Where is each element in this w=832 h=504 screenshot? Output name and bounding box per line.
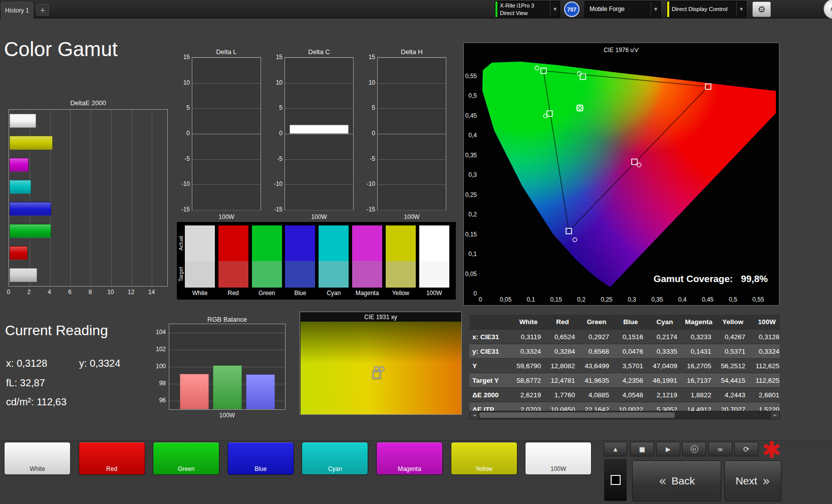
refresh-button[interactable]: ⟳ bbox=[734, 442, 758, 456]
rgb-bar-green bbox=[213, 365, 242, 409]
table-cell: 0,3128 bbox=[750, 330, 780, 344]
settings-button[interactable]: ⚙ bbox=[752, 2, 771, 17]
gear-icon: ⚙ bbox=[830, 5, 832, 14]
app-logo-button[interactable]: ⚙ bbox=[823, 0, 832, 19]
table-header-100w: 100W bbox=[750, 315, 780, 330]
chevrons-left-icon: « bbox=[659, 474, 667, 487]
delta-c-plot bbox=[285, 57, 354, 210]
axis-tick-label: -5 bbox=[365, 155, 375, 162]
stop-button[interactable]: ■ bbox=[630, 442, 654, 456]
arrow-right-icon: ► bbox=[773, 413, 776, 417]
axis-tick-label: -5 bbox=[179, 155, 190, 162]
table-cell: 5,3052 bbox=[648, 402, 682, 411]
swatch-label: White bbox=[183, 290, 217, 297]
chart-title: Delta L bbox=[192, 48, 261, 56]
table-cell: 0,3284 bbox=[545, 344, 580, 359]
scrollbar-left-button[interactable]: ◄ bbox=[470, 411, 478, 419]
table-cell: 2,6219 bbox=[511, 388, 545, 402]
section-title-current-reading: Current Reading bbox=[5, 323, 108, 339]
table-corner-cell bbox=[469, 315, 511, 330]
display-control-selector[interactable]: Direct Display Control ▼ bbox=[667, 1, 746, 18]
count-badge[interactable]: 707 bbox=[564, 2, 580, 17]
meter-selector-label: X-Rite i1Pro 3 Direct View bbox=[495, 2, 550, 17]
gridline bbox=[285, 134, 353, 134]
table-cell: 1,7760 bbox=[545, 388, 580, 402]
add-tab-button[interactable]: + bbox=[36, 4, 49, 16]
delta-bar bbox=[290, 125, 349, 134]
scrollbar-thumb[interactable] bbox=[479, 412, 675, 418]
axis-tick-label: 0,4 bbox=[675, 296, 690, 303]
pattern-source-selector[interactable]: Mobile Forge ▼ bbox=[585, 1, 661, 18]
scrollbar-right-button[interactable]: ► bbox=[771, 411, 779, 419]
deltae-bar-green bbox=[10, 224, 51, 238]
table-cell: 4,0548 bbox=[614, 388, 648, 402]
pattern-button-green[interactable]: Green bbox=[153, 442, 219, 475]
collapse-button[interactable]: ▲ bbox=[604, 442, 627, 456]
chart-title: CIE 1931 xy bbox=[300, 314, 461, 321]
pattern-button-label: 100W bbox=[525, 465, 591, 472]
pattern-button-magenta[interactable]: Magenta bbox=[376, 442, 443, 475]
deltae-bar-100w bbox=[10, 268, 37, 282]
rgb-balance-yaxis: 1041021009896 bbox=[151, 324, 167, 410]
axis-tick-label: 0,25 bbox=[599, 296, 614, 303]
axis-tick-label: -15 bbox=[179, 206, 190, 213]
table-cell: 0,3335 bbox=[648, 344, 682, 359]
gridline bbox=[378, 134, 446, 134]
table-row-label: ΔE 2000 bbox=[469, 388, 511, 402]
swatch-yellow-actual bbox=[386, 225, 416, 261]
cie1976-diagram bbox=[480, 58, 776, 294]
swatch-blue-actual bbox=[285, 225, 315, 261]
alert-asterisk-icon: ✱ bbox=[762, 438, 781, 461]
reading-y: y: 0,3324 bbox=[79, 358, 120, 369]
gridline bbox=[192, 58, 260, 58]
table-header-cyan: Cyan bbox=[648, 315, 682, 330]
chevrons-right-icon: » bbox=[762, 474, 770, 487]
axis-tick-label: -10 bbox=[365, 180, 375, 187]
swatch-red-actual bbox=[218, 225, 248, 261]
pattern-button-red[interactable]: Red bbox=[79, 442, 145, 475]
gridline bbox=[285, 58, 353, 58]
table-cell: 47,0409 bbox=[648, 359, 682, 373]
back-button[interactable]: « Back bbox=[632, 460, 721, 501]
axis-tick-label: 0 bbox=[4, 289, 14, 296]
table-cell: 12,4781 bbox=[545, 373, 580, 388]
delta-h-yaxis: 151050-5-10-15 bbox=[365, 57, 376, 210]
axis-tick-label: 96 bbox=[150, 397, 166, 404]
table-scrollbar[interactable]: ◄ ► bbox=[469, 411, 780, 419]
pattern-button-cyan[interactable]: Cyan bbox=[302, 442, 368, 475]
history-mode-button[interactable]: H bbox=[682, 442, 706, 456]
axis-tick-label: 0,35 bbox=[650, 296, 665, 303]
axis-tick-label: 0,45 bbox=[462, 112, 477, 119]
pattern-window-button[interactable] bbox=[604, 458, 627, 501]
meter-selector[interactable]: X-Rite i1Pro 3 Direct View ▼ bbox=[495, 1, 560, 18]
infinity-icon: ∞ bbox=[717, 445, 724, 454]
history-tab[interactable]: History 1 bbox=[1, 2, 33, 19]
axis-tick-label: 0 bbox=[179, 130, 190, 137]
pattern-button-yellow[interactable]: Yellow bbox=[451, 442, 517, 475]
table-cell: 56,2512 bbox=[716, 359, 750, 373]
swatch-100w-actual bbox=[419, 225, 449, 261]
gridline bbox=[378, 210, 446, 210]
pattern-button-100w[interactable]: 100W bbox=[525, 442, 592, 475]
continuous-read-button[interactable]: ∞ bbox=[708, 442, 732, 456]
pattern-button-label: Red bbox=[79, 465, 145, 472]
table-cell: 12,8082 bbox=[545, 359, 580, 373]
chevron-down-icon: ▼ bbox=[550, 2, 560, 17]
table-cell: 0,3233 bbox=[682, 330, 716, 344]
swatch-label: Cyan bbox=[317, 290, 351, 297]
swatch-cyan-actual bbox=[319, 225, 349, 261]
axis-tick-label: 0,1 bbox=[462, 250, 477, 258]
table-cell: 16,7137 bbox=[682, 373, 716, 388]
table-cell: 22,1642 bbox=[580, 402, 614, 411]
swatch-100w-target bbox=[419, 261, 449, 288]
table-cell: 0,6524 bbox=[545, 330, 580, 344]
pattern-button-white[interactable]: White bbox=[4, 442, 71, 475]
table-cell: 112,625 bbox=[750, 373, 780, 388]
chart-title: Delta H bbox=[377, 48, 446, 56]
reading-fl: fL: 32,87 bbox=[6, 377, 45, 389]
pattern-button-blue[interactable]: Blue bbox=[227, 442, 294, 475]
next-button[interactable]: Next » bbox=[724, 460, 781, 501]
gridline bbox=[192, 108, 260, 109]
history-icon: H bbox=[691, 445, 698, 453]
play-button[interactable]: ▶ bbox=[656, 442, 680, 456]
